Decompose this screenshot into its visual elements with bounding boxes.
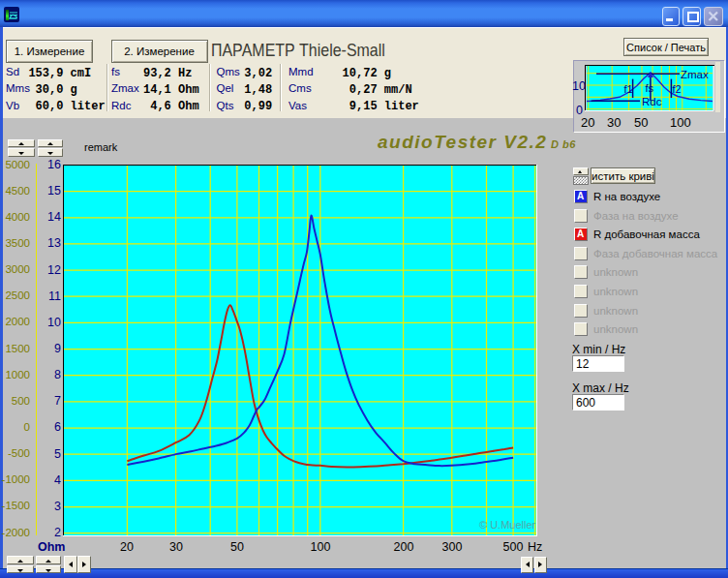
svg-text:© U.Mueller: © U.Mueller <box>479 519 536 531</box>
